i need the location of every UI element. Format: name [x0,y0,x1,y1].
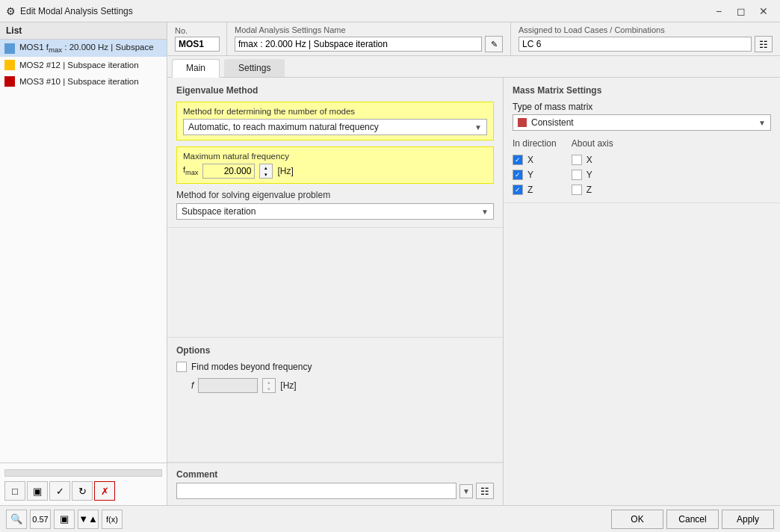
fmax-down-button[interactable]: ▾ [260,171,272,178]
frequency-label: Maximum natural frequency [183,152,487,161]
sidebar-scrollbar[interactable] [4,469,162,477]
direction-col-title: In direction [513,138,557,149]
direction-y-row: ✓ Y [513,170,557,180]
options-title: Options [176,345,494,356]
eigenvalue-section: Eigenvalue Method Method for determining… [167,78,503,228]
direction-col: In direction ✓ X ✓ Y ✓ Z [513,138,557,195]
window-controls: − ◻ ✕ [708,3,774,19]
option-row: Find modes beyond frequency [176,362,494,372]
list-item[interactable]: MOS3 #10 | Subspace iteration [0,73,167,90]
apply-button[interactable]: Apply [722,510,774,529]
fmax-unit: [Hz] [277,166,293,176]
tabs-row: Main Settings [167,56,780,78]
cancel-button[interactable]: Cancel [666,510,719,529]
axis-col-title: About axis [572,138,613,149]
freq-down-button[interactable]: ▾ [263,386,275,392]
sidebar-header: List [0,22,167,40]
fmax-up-button[interactable]: ▴ [260,164,272,171]
eigenvalue-dropdown[interactable]: Subspace iteration ▼ [176,203,494,220]
name-cell: Modal Analysis Settings Name ✎ [227,22,511,55]
list-item-color [4,60,15,70]
mass-color-indicator [518,118,527,127]
axis-x-row: X [572,155,613,165]
direction-y-checkbox[interactable]: ✓ [513,170,523,180]
freq-up-button[interactable]: ▴ [263,379,275,386]
axis-y-row: Y [572,170,613,180]
mass-type-row: Type of mass matrix Consistent ▼ [513,102,771,131]
axis-z-checkbox[interactable] [572,185,582,195]
content-area: No. Modal Analysis Settings Name ✎ Assig… [167,22,780,505]
list-item[interactable]: MOS1 fmax : 20.000 Hz | Subspace [0,40,167,57]
eigenvalue-spacer [167,228,503,337]
sidebar-delete-button[interactable]: ✗ [94,481,115,501]
restore-button[interactable]: ◻ [731,3,752,19]
function-button[interactable]: f(x) [102,510,123,529]
select-button[interactable]: ▣ [54,510,75,529]
list-item-label: MOS3 #10 | Subspace iteration [19,77,139,86]
sidebar-tools: □ ▣ ✓ ↻ ✗ [3,480,164,502]
minimize-button[interactable]: − [708,3,729,19]
bottom-bar: 🔍 0.57 ▣ ▼▲ f(x) OK Cancel Apply [0,505,780,532]
method-dropdown[interactable]: Automatic, to reach maximum natural freq… [183,119,487,135]
close-button[interactable]: ✕ [753,3,774,19]
direction-x-checkbox[interactable]: ✓ [513,155,523,165]
fmax-label: fmax [183,165,198,176]
axis-y-checkbox[interactable] [572,170,582,180]
comment-copy-button[interactable]: ☷ [476,483,494,499]
tab-settings[interactable]: Settings [224,59,285,77]
right-panel: Mass Matrix Settings Type of mass matrix… [504,78,780,505]
mass-type-label: Type of mass matrix [513,102,771,112]
method-dropdown-value: Automatic, to reach maximum natural freq… [188,122,379,132]
direction-x-row: ✓ X [513,155,557,165]
mass-title: Mass Matrix Settings [513,85,771,96]
no-label: No. [175,26,219,35]
fmax-row: fmax ▴ ▾ [Hz] [183,164,487,179]
chevron-down-icon: ▼ [474,123,482,132]
options-section: Options Find modes beyond frequency f ▴ … [167,337,503,463]
freq-input[interactable] [198,378,258,393]
mass-type-value: Consistent [531,117,574,128]
fmax-spinner: ▴ ▾ [259,164,273,179]
no-cell: No. [167,22,227,55]
panels-row: Eigenvalue Method Method for determining… [167,78,780,505]
chevron-down-icon: ▼ [481,208,489,216]
filter-button[interactable]: ▼▲ [78,510,99,529]
sidebar-copy-button[interactable]: ▣ [27,481,48,501]
comment-row: ▼ ☷ [176,483,494,499]
name-input[interactable] [235,37,482,52]
direction-z-checkbox[interactable]: ✓ [513,185,523,195]
freq-spinner: ▴ ▾ [262,378,276,393]
chevron-down-icon: ▼ [758,119,766,127]
sidebar-check-button[interactable]: ✓ [49,481,70,501]
sidebar-refresh-button[interactable]: ↻ [72,481,93,501]
tab-main[interactable]: Main [172,59,220,78]
no-input[interactable] [175,37,220,52]
fmax-input[interactable] [202,164,255,179]
assigned-grid-button[interactable]: ☷ [755,36,773,52]
sidebar-new-button[interactable]: □ [4,481,25,501]
list-item-color [4,76,15,87]
name-label: Modal Analysis Settings Name [235,25,503,34]
left-panel: Eigenvalue Method Method for determining… [167,78,504,505]
assigned-label: Assigned to Load Cases / Combinations [519,25,773,34]
name-input-row: ✎ [235,36,503,52]
comment-input[interactable] [176,483,456,499]
find-modes-checkbox[interactable] [176,362,187,372]
ok-button[interactable]: OK [611,510,663,529]
list-item[interactable]: MOS2 #12 | Subspace iteration [0,57,167,73]
eigenvalue-title: Eigenvalue Method [176,85,494,96]
mass-type-dropdown[interactable]: Consistent ▼ [513,114,771,131]
comment-dropdown-icon[interactable]: ▼ [459,484,473,498]
name-edit-button[interactable]: ✎ [485,36,503,52]
mass-spacer [504,203,780,505]
assigned-input[interactable] [519,37,752,52]
list-item-color [4,43,15,54]
direction-z-label: Z [527,185,533,195]
edit-value-button[interactable]: 0.57 [30,510,51,529]
mass-dropdown-content: Consistent [518,117,574,128]
axis-x-checkbox[interactable] [572,155,582,165]
freq-row: f ▴ ▾ [Hz] [191,378,494,393]
method-box: Method for determining the number of mod… [176,102,494,140]
search-button[interactable]: 🔍 [6,510,27,529]
list-item-label: MOS1 fmax : 20.000 Hz | Subspace [19,43,154,54]
